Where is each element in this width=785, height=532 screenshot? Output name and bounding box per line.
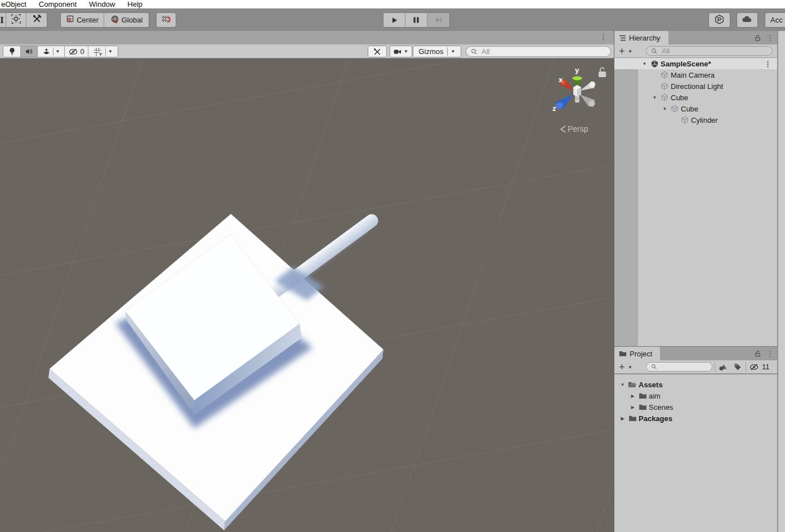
hierarchy-search-field[interactable] (646, 46, 773, 56)
scene-grid-button[interactable]: Y ▼ (88, 46, 118, 57)
available-tools-button[interactable] (26, 13, 47, 27)
create-dropdown-icon[interactable]: ▼ (628, 365, 632, 370)
pivot-center-button[interactable]: Center (61, 13, 104, 27)
search-by-type-button[interactable] (717, 361, 729, 373)
lock-icon[interactable] (754, 350, 761, 357)
project-tree: ▼Assets▶aim▶Scenes▶Packages (614, 374, 777, 532)
camera-dropdown-icon[interactable]: ▼ (404, 49, 408, 54)
scene-effects-button[interactable]: ▼ (38, 46, 65, 57)
expander-closed-icon[interactable]: ▶ (629, 405, 636, 410)
pause-icon (413, 16, 420, 24)
project-item-packages[interactable]: ▶Packages (614, 413, 777, 424)
menu-item-eobject[interactable]: eObject (0, 1, 33, 8)
expander-closed-icon[interactable]: ▶ (629, 394, 636, 399)
grid-snap-button[interactable] (156, 12, 176, 28)
project-item-assets[interactable]: ▼Assets (614, 379, 777, 390)
hidden-packages-button[interactable] (748, 361, 760, 373)
row-label: Main Camera (671, 71, 715, 79)
account-button[interactable]: Acc (765, 12, 785, 28)
create-dropdown-icon[interactable]: ▼ (628, 49, 632, 54)
tools-icon (373, 47, 382, 56)
scene-tab-bar: ⋮ (0, 31, 614, 44)
pause-button[interactable] (405, 13, 427, 27)
play-button[interactable] (383, 13, 405, 27)
transform-tool-icon (11, 14, 21, 26)
transform-tools-group: I (0, 12, 47, 28)
gizmos-button[interactable]: Gizmos ▼ (413, 46, 461, 57)
project-search-field[interactable] (646, 362, 712, 372)
hierarchy-menu-icon[interactable]: ⋮ (766, 34, 774, 42)
hierarchy-list-icon (619, 35, 626, 41)
search-icon (651, 48, 658, 55)
lock-icon[interactable] (754, 34, 761, 42)
cloud-button[interactable] (737, 12, 758, 28)
scene-view-menu-icon[interactable]: ⋮ (600, 33, 607, 41)
step-button[interactable] (427, 13, 449, 27)
scene-visibility-button[interactable]: 0 (65, 46, 88, 57)
project-item-scenes[interactable]: ▶Scenes (614, 401, 777, 413)
cloud-icon (742, 15, 753, 25)
axis-x-label[interactable]: x (559, 75, 563, 84)
scene-viewport-canvas[interactable]: y x z Persp (0, 59, 614, 532)
divider (53, 47, 53, 56)
scene-lighting-button[interactable] (3, 46, 21, 57)
transform-tool-button[interactable] (6, 13, 26, 27)
hierarchy-panel: Hierarchy ⋮ + ▼ ▼SampleScene*⋮Main Camer… (614, 31, 777, 346)
search-by-label-button[interactable] (732, 361, 744, 373)
hierarchy-item-samplescene-[interactable]: ▼SampleScene*⋮ (614, 58, 777, 69)
hierarchy-item-main-camera[interactable]: Main Camera (614, 69, 777, 81)
scene-tool-settings-button[interactable] (368, 46, 386, 57)
project-menu-icon[interactable]: ⋮ (766, 350, 774, 357)
row-menu-icon[interactable]: ⋮ (764, 60, 777, 68)
unity-editor-window: eObjectComponentWindowHelp I (0, 0, 785, 532)
menu-item-component[interactable]: Component (33, 1, 83, 8)
scene-tools-bar (368, 46, 387, 57)
divider (105, 47, 106, 56)
axis-y-label[interactable]: y (575, 66, 579, 74)
project-search-input[interactable] (660, 362, 707, 372)
create-add-icon[interactable]: + (619, 361, 625, 373)
scene-audio-button[interactable] (21, 46, 38, 57)
hidden-eye-icon (68, 48, 78, 56)
grid-axis-icon: Y (93, 47, 103, 56)
rect-tool-button[interactable]: I (0, 13, 6, 27)
search-icon (471, 48, 478, 55)
folder-icon (638, 391, 647, 400)
svg-text:Y: Y (99, 52, 102, 56)
hierarchy-search-input[interactable] (661, 46, 768, 56)
package-manager-button[interactable] (708, 12, 730, 28)
grid-dropdown-icon[interactable]: ▼ (108, 49, 113, 54)
expander-open-icon[interactable]: ▼ (641, 61, 648, 66)
hierarchy-item-directional-light[interactable]: Directional Light (614, 81, 777, 92)
expander-open-icon[interactable]: ▼ (619, 382, 626, 387)
hierarchy-item-cylinder[interactable]: Cylinder (614, 114, 777, 126)
create-add-icon[interactable]: + (619, 45, 625, 57)
scene-camera-button[interactable]: ▼ (390, 46, 412, 57)
menu-item-window[interactable]: Window (83, 1, 121, 8)
main-toolbar: I (0, 8, 785, 31)
scene-search-input[interactable] (480, 47, 606, 56)
space-global-label: Global (122, 16, 143, 24)
effects-dropdown-icon[interactable]: ▼ (56, 49, 60, 54)
tab-project[interactable]: Project (614, 347, 660, 360)
scene-search-field[interactable] (466, 46, 611, 57)
space-global-button[interactable]: Global (104, 13, 149, 27)
expander-closed-icon[interactable]: ▶ (619, 416, 626, 421)
hierarchy-item-cube[interactable]: ▼Cube (614, 103, 777, 114)
expander-open-icon[interactable]: ▼ (661, 106, 668, 111)
divider (715, 362, 715, 372)
project-item-aim[interactable]: ▶aim (614, 390, 777, 401)
gizmos-dropdown-icon[interactable]: ▼ (451, 49, 456, 54)
globe-icon (110, 15, 119, 26)
hierarchy-tab-label: Hierarchy (629, 34, 661, 42)
row-label: Cube (681, 105, 698, 113)
hierarchy-item-cube[interactable]: ▼Cube (614, 92, 777, 103)
pivot-icon (66, 15, 74, 25)
tab-hierarchy[interactable]: Hierarchy (614, 31, 668, 44)
menu-item-help[interactable]: Help (121, 1, 149, 8)
expander-open-icon[interactable]: ▼ (651, 95, 658, 100)
asset-types-icon (719, 363, 728, 372)
row-label: Assets (639, 381, 663, 389)
axis-z-label[interactable]: z (552, 104, 556, 113)
folder-icon (638, 403, 647, 412)
